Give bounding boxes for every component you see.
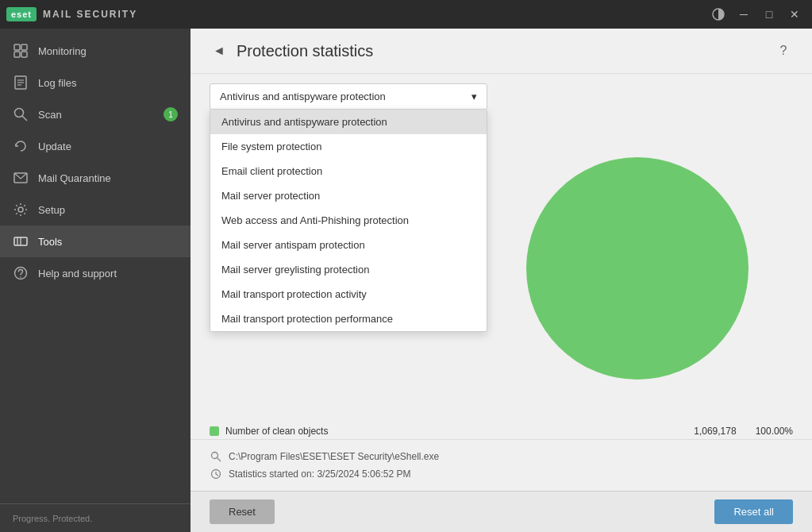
stats-section: Number of clean objects 1,069,178 100.00… bbox=[190, 417, 812, 439]
sidebar-item-monitoring[interactable]: Monitoring bbox=[0, 35, 190, 67]
sidebar-item-help-support[interactable]: Help and support bbox=[0, 257, 190, 289]
sidebar-item-tools[interactable]: Tools bbox=[0, 226, 190, 257]
sidebar-item-log-files[interactable]: Log files bbox=[0, 67, 190, 98]
back-button[interactable]: ◄ bbox=[210, 41, 229, 60]
dropdown-option-2[interactable]: Email client protection bbox=[210, 159, 487, 183]
grid-icon bbox=[13, 43, 29, 59]
pie-chart bbox=[526, 157, 749, 380]
titlebar-left: eset MAIL SECURITY bbox=[6, 7, 137, 21]
titlebar-controls: ─ □ ✕ bbox=[707, 6, 806, 23]
sidebar-item-setup-label: Setup bbox=[38, 204, 65, 216]
svg-line-22 bbox=[216, 474, 218, 476]
contrast-icon bbox=[712, 8, 725, 21]
dropdown-select[interactable]: Antivirus and antispyware protection ▾ bbox=[210, 83, 487, 110]
svg-rect-3 bbox=[14, 52, 20, 57]
stat-percent-0: 100.00% bbox=[756, 426, 793, 437]
dropdown-option-1[interactable]: File system protection bbox=[210, 134, 487, 159]
dropdown-option-0[interactable]: Antivirus and antispyware protection bbox=[210, 110, 487, 134]
stat-value-0: 1,069,178 bbox=[694, 426, 736, 437]
sidebar-item-update[interactable]: Update bbox=[0, 130, 190, 162]
footer-info-row-0: C:\Program Files\ESET\ESET Security\eShe… bbox=[210, 448, 793, 465]
dropdown-option-4[interactable]: Web access and Anti-Phishing protection bbox=[210, 208, 487, 233]
contrast-button[interactable] bbox=[707, 6, 729, 23]
page-title: Protection statistics bbox=[237, 42, 373, 60]
chevron-down-icon: ▾ bbox=[471, 91, 477, 102]
svg-point-9 bbox=[15, 109, 24, 118]
stat-color-dot-0 bbox=[210, 426, 219, 436]
dropdown-container: Antivirus and antispyware protection ▾ A… bbox=[190, 74, 812, 119]
dropdown-option-3[interactable]: Mail server protection bbox=[210, 183, 487, 208]
sidebar-nav: Monitoring Log files bbox=[0, 29, 190, 503]
eset-logo: eset bbox=[6, 7, 37, 21]
clock-icon bbox=[210, 468, 222, 480]
sidebar-item-mail-quarantine[interactable]: Mail Quarantine bbox=[0, 162, 190, 194]
sidebar-item-mail-quarantine-label: Mail Quarantine bbox=[38, 172, 111, 184]
sidebar-item-update-label: Update bbox=[38, 141, 71, 152]
gear-icon bbox=[13, 202, 29, 218]
help-button[interactable]: ? bbox=[774, 41, 793, 60]
refresh-icon bbox=[13, 138, 29, 154]
minimize-button[interactable]: ─ bbox=[733, 6, 755, 23]
main-layout: Monitoring Log files bbox=[0, 29, 812, 532]
dropdown-option-6[interactable]: Mail server greylisting protection bbox=[210, 257, 487, 282]
stat-label-0: Number of clean objects bbox=[225, 426, 687, 437]
dropdown-option-5[interactable]: Mail server antispam protection bbox=[210, 233, 487, 257]
content-header: ◄ Protection statistics ? bbox=[190, 29, 812, 74]
footer-stats-date: Statistics started on: 3/25/2024 5:06:52… bbox=[229, 468, 410, 480]
dropdown-option-7[interactable]: Mail transport protection activity bbox=[210, 282, 487, 306]
search-icon bbox=[13, 106, 29, 122]
svg-rect-1 bbox=[14, 44, 20, 50]
dropdown-selected-value: Antivirus and antispyware protection bbox=[220, 91, 386, 102]
footer-info-row-1: Statistics started on: 3/25/2024 5:06:52… bbox=[210, 465, 793, 483]
footer-path: C:\Program Files\ESET\ESET Security\eShe… bbox=[229, 451, 439, 462]
content-footer: C:\Program Files\ESET\ESET Security\eShe… bbox=[190, 439, 812, 491]
svg-point-12 bbox=[18, 207, 23, 212]
action-bar: Reset Reset all bbox=[190, 491, 812, 532]
app-title: MAIL SECURITY bbox=[43, 9, 137, 20]
svg-rect-4 bbox=[21, 52, 27, 57]
file-icon bbox=[13, 75, 29, 91]
svg-line-10 bbox=[22, 116, 27, 121]
sidebar-item-log-files-label: Log files bbox=[38, 77, 76, 89]
sidebar-item-monitoring-label: Monitoring bbox=[38, 45, 87, 57]
reset-button[interactable]: Reset bbox=[210, 499, 275, 524]
maximize-button[interactable]: □ bbox=[758, 6, 780, 23]
svg-point-18 bbox=[212, 453, 218, 459]
dropdown-option-8[interactable]: Mail transport protection performance bbox=[210, 306, 487, 331]
sidebar-item-setup[interactable]: Setup bbox=[0, 194, 190, 226]
svg-line-19 bbox=[217, 458, 221, 462]
stat-row-0: Number of clean objects 1,069,178 100.00… bbox=[210, 423, 793, 439]
footer-status: Progress. Protected. bbox=[13, 514, 92, 523]
reset-all-button[interactable]: Reset all bbox=[714, 499, 793, 524]
sidebar: Monitoring Log files bbox=[0, 29, 190, 532]
mail-icon bbox=[13, 170, 29, 186]
close-button[interactable]: ✕ bbox=[783, 6, 806, 23]
tools-icon bbox=[13, 233, 29, 249]
scan-badge: 1 bbox=[164, 107, 178, 121]
sidebar-footer: Progress. Protected. bbox=[0, 503, 190, 532]
svg-rect-2 bbox=[21, 44, 27, 50]
sidebar-item-help-support-label: Help and support bbox=[38, 268, 117, 279]
help-icon bbox=[13, 265, 29, 281]
search-small-icon bbox=[210, 450, 222, 463]
svg-point-17 bbox=[20, 276, 21, 278]
sidebar-item-scan[interactable]: Scan 1 bbox=[0, 98, 190, 130]
content-header-left: ◄ Protection statistics bbox=[210, 41, 373, 60]
sidebar-item-tools-label: Tools bbox=[38, 236, 62, 248]
content-area: ◄ Protection statistics ? Antivirus and … bbox=[190, 29, 812, 532]
sidebar-item-scan-label: Scan bbox=[38, 109, 62, 121]
dropdown-menu: Antivirus and antispyware protection Fil… bbox=[210, 109, 487, 332]
titlebar: eset MAIL SECURITY ─ □ ✕ bbox=[0, 0, 812, 29]
